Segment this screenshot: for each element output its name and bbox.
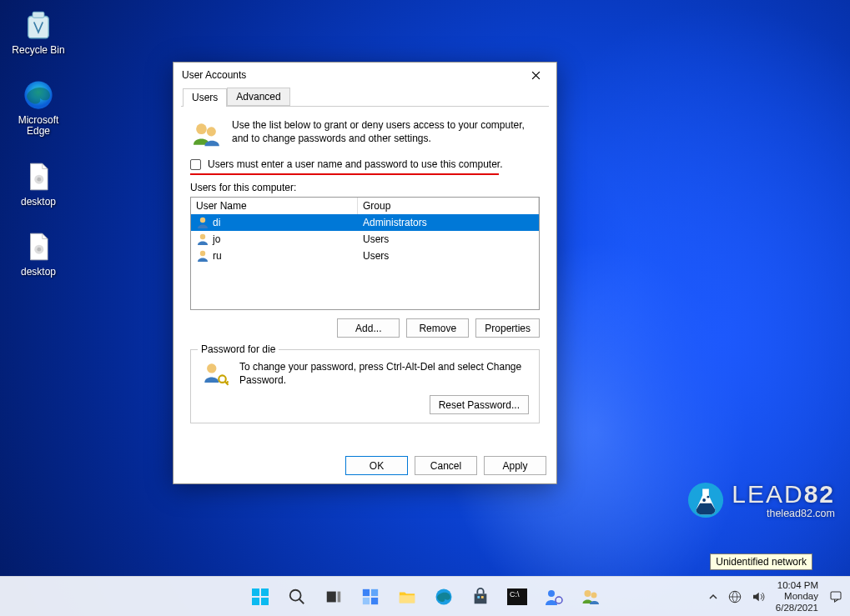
column-user[interactable]: User Name: [191, 198, 358, 214]
tab-users[interactable]: Users: [183, 88, 227, 107]
widgets-icon: [361, 588, 380, 606]
user-list-label: Users for this computer:: [190, 182, 540, 193]
network-tooltip: Unidentified network: [710, 553, 812, 570]
svg-point-10: [200, 234, 205, 239]
terminal-icon: C:\: [507, 588, 527, 605]
store-button[interactable]: [464, 580, 497, 613]
clock-day: Monday: [776, 591, 818, 602]
user-accounts-dialog: User Accounts Users Advanced Use the lis…: [173, 62, 557, 484]
start-button[interactable]: [244, 580, 277, 613]
user-name-cell: jo: [213, 233, 220, 245]
user-row[interactable]: jo Users: [191, 231, 539, 248]
properties-button[interactable]: Properties: [475, 318, 540, 338]
users-icon: [581, 587, 601, 607]
file-icon: [21, 229, 56, 264]
desktop-icon-edge[interactable]: Microsoft Edge: [7, 74, 70, 140]
widgets-button[interactable]: [354, 580, 387, 613]
autologon-checkbox-label[interactable]: Users must enter a user name and passwor…: [208, 158, 503, 170]
user-list[interactable]: User Name Group di Administrators jo Use…: [190, 197, 540, 310]
ok-button[interactable]: OK: [345, 456, 408, 475]
close-icon: [531, 71, 541, 80]
tray-clock[interactable]: 10:04 PM Monday 6/28/2021: [776, 580, 818, 613]
highlight-underline: [190, 173, 499, 175]
svg-rect-22: [326, 591, 335, 602]
svg-rect-26: [362, 597, 369, 603]
desktop-icon-recycle-bin[interactable]: Recycle Bin: [7, 4, 70, 59]
user-accounts-taskbar-button[interactable]: [574, 580, 607, 613]
autologon-checkbox-row: Users must enter a user name and passwor…: [190, 158, 540, 170]
remove-button[interactable]: Remove: [406, 318, 469, 338]
svg-point-38: [591, 592, 596, 598]
user-group-cell: Administrators: [358, 215, 539, 230]
tray-overflow-button[interactable]: [706, 588, 721, 606]
user-group-cell: Users: [358, 232, 539, 247]
user-row[interactable]: ru Users: [191, 248, 539, 264]
system-tray: 10:04 PM Monday 6/28/2021: [706, 577, 845, 616]
task-view-icon: [324, 588, 343, 606]
user-icon: [196, 249, 209, 263]
search-button[interactable]: [280, 580, 314, 613]
edge-icon: [434, 587, 454, 607]
close-button[interactable]: [523, 65, 548, 85]
user-list-header[interactable]: User Name Group: [191, 198, 539, 214]
titlebar[interactable]: User Accounts: [174, 63, 556, 88]
reset-password-button[interactable]: Reset Password...: [430, 395, 529, 414]
watermark: LEAD82 thelead82.com: [687, 481, 835, 519]
windows-icon: [250, 587, 270, 607]
recycle-bin-icon: [21, 8, 56, 43]
window-title: User Accounts: [182, 69, 246, 81]
flask-icon: [687, 481, 725, 519]
people-gear-icon: [544, 587, 564, 607]
desktop-icon-file[interactable]: desktop: [7, 156, 70, 211]
svg-rect-27: [370, 597, 377, 603]
watermark-url: thelead82.com: [732, 508, 835, 519]
svg-rect-32: [480, 596, 483, 598]
cancel-button[interactable]: Cancel: [415, 456, 477, 475]
terminal-button[interactable]: C:\: [500, 580, 534, 613]
volume-tray-icon[interactable]: [749, 588, 767, 606]
password-group: Password for die To change your password…: [190, 349, 540, 423]
notifications-button[interactable]: [827, 588, 845, 606]
apply-button[interactable]: Apply: [484, 456, 546, 475]
svg-point-6: [37, 248, 41, 252]
svg-rect-20: [261, 598, 269, 605]
search-icon: [288, 588, 306, 606]
taskbar: C:\ 10:04 PM Monday 6/28/2021: [0, 576, 850, 616]
network-tray-icon[interactable]: [726, 588, 744, 606]
user-list-buttons: Add... Remove Properties: [190, 318, 540, 338]
edge-taskbar-button[interactable]: [427, 580, 460, 613]
svg-rect-17: [252, 588, 259, 596]
svg-point-12: [207, 363, 216, 373]
desktop-icon-file[interactable]: desktop: [7, 226, 70, 281]
notification-icon: [828, 589, 843, 604]
add-button[interactable]: Add...: [337, 318, 400, 338]
svg-rect-1: [33, 12, 44, 18]
task-view-button[interactable]: [317, 580, 350, 613]
clock-time: 10:04 PM: [776, 580, 818, 591]
desktop-icon-label: Microsoft Edge: [7, 115, 70, 137]
svg-point-8: [207, 127, 216, 136]
key-user-icon: [201, 360, 229, 388]
svg-rect-28: [399, 595, 414, 603]
svg-text:C:\: C:\: [510, 590, 520, 598]
svg-rect-30: [474, 593, 486, 603]
svg-point-9: [200, 218, 205, 223]
user-row[interactable]: di Administrators: [191, 214, 539, 231]
autologon-checkbox[interactable]: [190, 159, 201, 170]
svg-rect-23: [337, 591, 340, 602]
user-icon: [196, 216, 209, 229]
svg-rect-0: [28, 17, 49, 38]
svg-point-37: [584, 590, 591, 597]
tab-advanced[interactable]: Advanced: [227, 88, 289, 106]
tabstrip: Users Advanced: [181, 88, 549, 107]
folder-icon: [397, 588, 417, 606]
svg-rect-24: [362, 588, 369, 595]
user-name-cell: ru: [213, 250, 222, 262]
desktop-icon-label: desktop: [21, 197, 56, 208]
column-group[interactable]: Group: [358, 198, 539, 214]
settings-people-button[interactable]: [537, 580, 571, 613]
explorer-button[interactable]: [390, 580, 424, 613]
svg-point-15: [702, 498, 706, 502]
watermark-brand: LEAD82: [732, 482, 835, 507]
svg-rect-31: [477, 596, 480, 598]
